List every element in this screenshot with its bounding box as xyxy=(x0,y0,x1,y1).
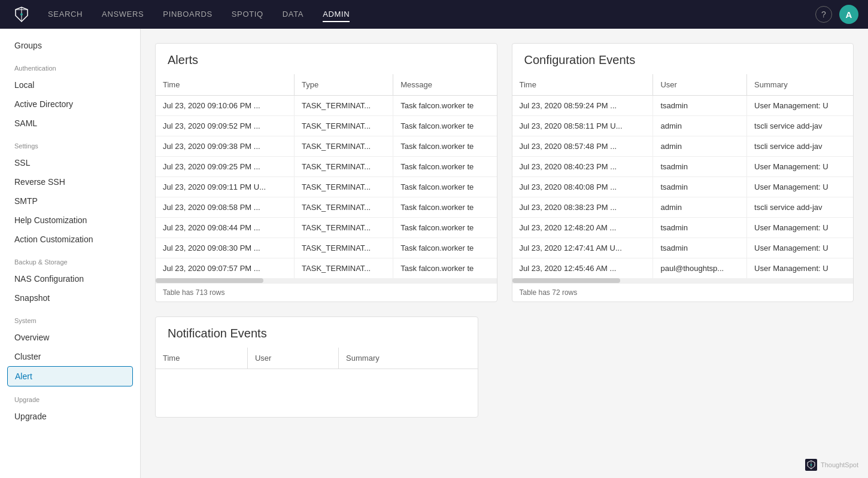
alerts-scrollbar-track[interactable] xyxy=(156,278,497,283)
notif-col-time: Time xyxy=(156,348,247,369)
table-row: Jul 23, 2020 09:08:44 PM ...TASK_TERMINA… xyxy=(156,218,497,238)
auth-section-label: Authentication xyxy=(0,55,140,75)
table-row: Jul 23, 2020 09:09:52 PM ...TASK_TERMINA… xyxy=(156,116,497,136)
notification-events-title: Notification Events xyxy=(156,317,478,348)
nav-data[interactable]: DATA xyxy=(283,7,304,22)
table-row: Jul 23, 2020 08:58:11 PM U...admintscli … xyxy=(512,116,854,136)
footer-logo: ThoughtSpot xyxy=(805,459,858,471)
system-section-label: System xyxy=(0,307,140,328)
table-row: Jul 23, 2020 09:07:57 PM ...TASK_TERMINA… xyxy=(156,258,497,279)
table-row: Jul 23, 2020 09:08:58 PM ...TASK_TERMINA… xyxy=(156,197,497,218)
config-events-card: Configuration Events Time User Summary J… xyxy=(512,43,854,302)
nav-right: ? A xyxy=(815,5,858,24)
config-scrollbar-track[interactable] xyxy=(512,278,854,283)
nav-items: SEARCH ANSWERS PINBOARDS SPOTIQ DATA ADM… xyxy=(48,7,815,22)
config-events-table-wrap[interactable]: Time User Summary Jul 23, 2020 08:59:24 … xyxy=(512,74,854,283)
alerts-scrollbar-thumb[interactable] xyxy=(156,278,263,283)
app-logo[interactable] xyxy=(10,2,34,26)
sidebar-item-nas-configuration[interactable]: NAS Configuration xyxy=(0,269,140,288)
footer-brand-label: ThoughtSpot xyxy=(821,461,858,468)
alerts-table: Time Type Message Jul 23, 2020 09:10:06 … xyxy=(156,74,497,278)
table-row: Jul 23, 2020 08:59:24 PM ...tsadminUser … xyxy=(512,96,854,116)
table-row: Jul 23, 2020 09:09:25 PM ...TASK_TERMINA… xyxy=(156,157,497,177)
table-row: Jul 23, 2020 09:08:30 PM ...TASK_TERMINA… xyxy=(156,238,497,258)
alerts-footer: Table has 713 rows xyxy=(156,283,497,302)
alerts-title: Alerts xyxy=(156,44,497,74)
table-row: Jul 23, 2020 09:10:06 PM ...TASK_TERMINA… xyxy=(156,96,497,116)
table-row: Jul 23, 2020 08:38:23 PM ...admintscli s… xyxy=(512,197,854,218)
nav-admin[interactable]: ADMIN xyxy=(323,7,350,22)
config-col-time: Time xyxy=(512,74,653,96)
sidebar-item-upgrade[interactable]: Upgrade xyxy=(0,407,140,426)
config-col-user: User xyxy=(653,74,747,96)
sidebar-item-overview[interactable]: Overview xyxy=(0,328,140,347)
config-events-footer: Table has 72 rows xyxy=(512,283,854,302)
upgrade-section-label: Upgrade xyxy=(0,386,140,407)
table-row: Jul 23, 2020 12:45:46 AM ...paul@thought… xyxy=(512,258,854,279)
alerts-col-time: Time xyxy=(156,74,295,96)
main-layout: Groups Authentication Local Active Direc… xyxy=(0,29,868,478)
config-events-title: Configuration Events xyxy=(512,44,854,74)
nav-search[interactable]: SEARCH xyxy=(48,7,83,22)
table-row: Jul 23, 2020 12:47:41 AM U...tsadminUser… xyxy=(512,238,854,258)
table-row: Jul 23, 2020 09:09:11 PM U...TASK_TERMIN… xyxy=(156,177,497,197)
help-button[interactable]: ? xyxy=(815,6,832,23)
cards-row-2: Notification Events Time User Summary xyxy=(155,316,854,418)
sidebar-item-ssl[interactable]: SSL xyxy=(0,153,140,172)
table-row: Jul 23, 2020 08:40:08 PM ...tsadminUser … xyxy=(512,177,854,197)
table-row: Jul 23, 2020 12:48:20 AM ...tsadminUser … xyxy=(512,218,854,238)
sidebar: Groups Authentication Local Active Direc… xyxy=(0,29,141,478)
nav-spotiq[interactable]: SPOTIQ xyxy=(232,7,263,22)
sidebar-item-reverse-ssh[interactable]: Reverse SSH xyxy=(0,172,140,191)
sidebar-item-active-directory[interactable]: Active Directory xyxy=(0,95,140,114)
svg-point-3 xyxy=(20,13,23,16)
notification-events-table: Time User Summary xyxy=(156,348,478,417)
user-avatar[interactable]: A xyxy=(839,5,858,24)
sidebar-item-help-customization[interactable]: Help Customization xyxy=(0,211,140,230)
table-row: Jul 23, 2020 09:09:38 PM ...TASK_TERMINA… xyxy=(156,136,497,157)
svg-point-6 xyxy=(811,464,812,466)
sidebar-item-action-customization[interactable]: Action Customization xyxy=(0,230,140,249)
main-content: Alerts Time Type Message Jul 23, 2020 09… xyxy=(141,29,868,478)
sidebar-item-groups[interactable]: Groups xyxy=(0,36,140,55)
alerts-card: Alerts Time Type Message Jul 23, 2020 09… xyxy=(155,43,497,302)
notification-events-table-wrap[interactable]: Time User Summary xyxy=(156,348,478,417)
top-navigation: SEARCH ANSWERS PINBOARDS SPOTIQ DATA ADM… xyxy=(0,0,868,29)
sidebar-item-cluster[interactable]: Cluster xyxy=(0,347,140,366)
sidebar-item-saml[interactable]: SAML xyxy=(0,114,140,133)
nav-pinboards[interactable]: PINBOARDS xyxy=(163,7,212,22)
sidebar-item-alert[interactable]: Alert xyxy=(7,366,133,386)
cards-row-1: Alerts Time Type Message Jul 23, 2020 09… xyxy=(155,43,854,302)
table-row: Jul 23, 2020 08:57:48 PM ...admintscli s… xyxy=(512,136,854,157)
sidebar-item-local[interactable]: Local xyxy=(0,75,140,95)
nav-answers[interactable]: ANSWERS xyxy=(102,7,144,22)
table-row: Jul 23, 2020 08:40:23 PM ...tsadminUser … xyxy=(512,157,854,177)
notif-col-summary: Summary xyxy=(339,348,478,369)
config-events-table: Time User Summary Jul 23, 2020 08:59:24 … xyxy=(512,74,854,278)
notif-col-user: User xyxy=(247,348,338,369)
sidebar-item-smtp[interactable]: SMTP xyxy=(0,191,140,211)
backup-section-label: Backup & Storage xyxy=(0,249,140,269)
sidebar-item-snapshot[interactable]: Snapshot xyxy=(0,288,140,307)
config-col-summary: Summary xyxy=(747,74,853,96)
alerts-col-type: Type xyxy=(295,74,393,96)
settings-section-label: Settings xyxy=(0,133,140,153)
alerts-table-wrap[interactable]: Time Type Message Jul 23, 2020 09:10:06 … xyxy=(156,74,497,283)
config-scrollbar-thumb[interactable] xyxy=(512,278,620,283)
notification-events-card: Notification Events Time User Summary xyxy=(155,316,478,418)
alerts-col-message: Message xyxy=(393,74,497,96)
